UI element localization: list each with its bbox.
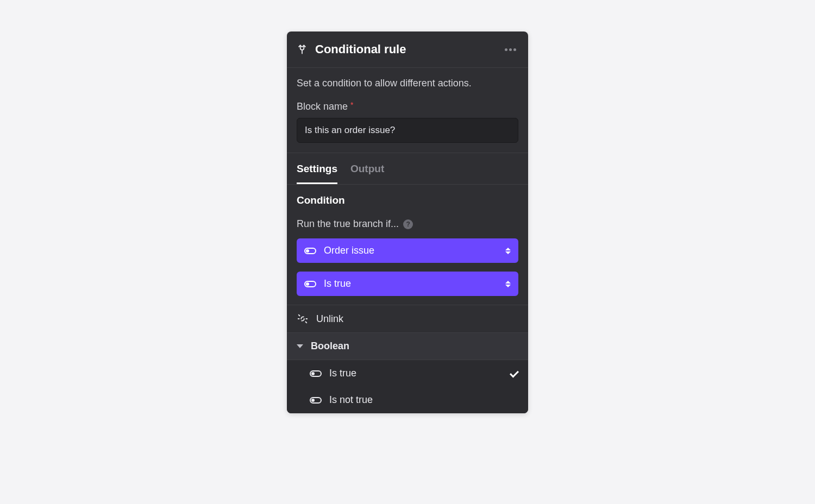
tabs: Settings Output [287,153,528,185]
unlink-icon [297,313,309,325]
dropdown-option-is-true[interactable]: Is true [287,360,528,387]
tab-settings[interactable]: Settings [297,153,337,184]
chevron-down-icon [297,344,303,348]
branch-icon [297,44,308,55]
unlink-label: Unlink [316,313,343,325]
toggle-icon [310,370,322,377]
svg-line-0 [299,315,300,316]
condition-operator-label: Is true [324,278,351,289]
more-menu-button[interactable] [503,46,518,53]
svg-line-1 [306,322,307,323]
condition-title: Condition [297,194,518,206]
toggle-icon [304,281,316,287]
unlink-option[interactable]: Unlink [287,305,528,333]
panel-header: Conditional rule [287,32,528,68]
dropdown-option-label: Is true [329,368,356,379]
help-icon[interactable]: ? [403,219,413,229]
header-left: Conditional rule [297,42,406,56]
block-name-input[interactable] [297,118,518,143]
dropdown-option-label: Is not true [329,394,373,406]
tab-output[interactable]: Output [350,153,384,184]
panel-description: Set a condition to allow different actio… [297,78,518,89]
select-chevrons-icon [505,248,511,254]
select-chevrons-icon [505,281,511,287]
toggle-icon [310,397,322,404]
panel-title: Conditional rule [315,42,406,56]
dropdown-option-is-not-true[interactable]: Is not true [287,387,528,413]
condition-variable-label: Order issue [324,245,374,256]
dropdown-group-boolean[interactable]: Boolean [287,333,528,360]
required-indicator: * [350,100,353,109]
operator-dropdown: Unlink Boolean Is true Is not true [287,305,528,413]
condition-operator-select[interactable]: Is true [297,272,518,296]
block-name-label: Block name * [297,101,518,112]
intro-section: Set a condition to allow different actio… [287,68,528,153]
conditional-rule-panel: Conditional rule Set a condition to allo… [287,32,528,413]
toggle-icon [304,248,316,254]
condition-section: Condition Run the true branch if... ? Or… [287,185,528,305]
run-branch-label: Run the true branch if... ? [297,218,518,230]
condition-variable-select[interactable]: Order issue [297,238,518,263]
dropdown-group-label: Boolean [311,341,349,352]
